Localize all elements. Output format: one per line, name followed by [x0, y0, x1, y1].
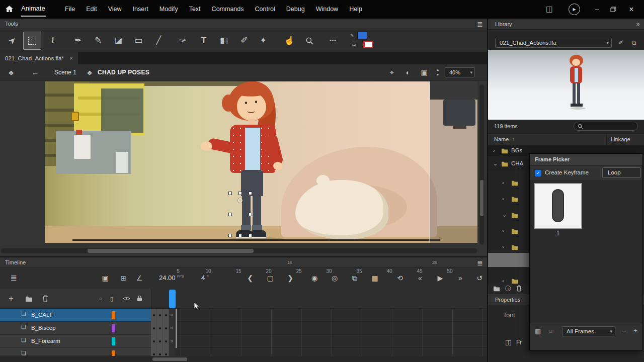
item-properties-icon[interactable]: ⓘ: [505, 285, 511, 293]
layer-row-b-forearm[interactable]: ❏ B_Forearm: [0, 335, 151, 348]
prev-keyframe-button[interactable]: ❮: [244, 272, 257, 285]
eyedropper-tool[interactable]: ✐: [236, 33, 252, 49]
properties-context-tab[interactable]: Tool: [503, 312, 515, 319]
selection-box[interactable]: [230, 194, 251, 236]
home-icon[interactable]: [5, 5, 14, 13]
layer-name[interactable]: B_Biscep: [31, 325, 56, 331]
grid-view-icon[interactable]: ▦: [535, 327, 541, 335]
selection-handle[interactable]: [249, 192, 252, 195]
layer-name[interactable]: B_CALF: [31, 312, 53, 318]
layer-row-partial[interactable]: ❏: [0, 348, 151, 356]
selection-tool[interactable]: ➤: [1, 29, 24, 52]
document-tab[interactable]: 021_Chad_Actions.fla* ×: [0, 52, 78, 64]
menu-modify[interactable]: Modify: [154, 0, 184, 19]
graph-editor-button[interactable]: ∠: [133, 272, 146, 285]
breadcrumb-scene[interactable]: Scene 1: [54, 64, 76, 80]
selection-handle[interactable]: [249, 234, 252, 237]
tab-close-icon[interactable]: ×: [69, 55, 72, 61]
onion-marker-icon[interactable]: ◐: [402, 67, 414, 77]
new-folder-button[interactable]: [25, 296, 33, 302]
free-transform-tool[interactable]: [23, 32, 41, 50]
pen-tool[interactable]: ✑: [175, 33, 191, 49]
eraser-tool[interactable]: ◪: [110, 33, 126, 49]
camera-column-icon[interactable]: ▯: [106, 294, 118, 304]
layer-name[interactable]: B_Forearm: [31, 338, 60, 344]
rectangle-tool[interactable]: ▭: [130, 33, 146, 49]
layer-row-b-biscep[interactable]: ❏ B_Biscep: [0, 322, 151, 335]
menu-edit[interactable]: Edit: [80, 0, 103, 19]
menu-insert[interactable]: Insert: [127, 0, 154, 19]
edit-scene-icon[interactable]: ♣: [5, 67, 17, 77]
highlight-column-icon[interactable]: ○: [95, 294, 107, 304]
menu-file[interactable]: File: [59, 0, 80, 19]
camera-button[interactable]: ▣: [99, 272, 112, 285]
menu-text[interactable]: Text: [184, 0, 206, 19]
tools-panel-menu-icon[interactable]: ≣: [474, 19, 486, 29]
line-tool[interactable]: ╱: [150, 33, 167, 49]
stage-area[interactable]: [0, 80, 487, 256]
fps-display[interactable]: 24.00 FPS: [159, 274, 184, 282]
create-keyframe-label[interactable]: Create Keyframe: [545, 169, 589, 175]
delete-item-icon[interactable]: [516, 285, 522, 292]
chevron-right-icon[interactable]: ›: [502, 228, 504, 234]
new-library-panel-icon[interactable]: ⧉: [628, 38, 640, 48]
chevron-down-icon[interactable]: ⌄: [493, 160, 498, 167]
layer-row-b-calf[interactable]: ❏ B_CALF: [0, 309, 151, 322]
menu-help[interactable]: Help: [344, 0, 368, 19]
chevron-right-icon[interactable]: ›: [493, 147, 495, 153]
menu-control[interactable]: Control: [250, 0, 281, 19]
selection-handle[interactable]: [249, 213, 252, 216]
stage-hscrollbar[interactable]: [1, 248, 477, 253]
thumbnail-size-minus-icon[interactable]: –: [622, 327, 626, 334]
lock-icon[interactable]: [137, 295, 142, 302]
breadcrumb-symbol[interactable]: CHAD UP POSES: [98, 64, 149, 80]
back-arrow-icon[interactable]: ←: [29, 67, 41, 77]
quick-share-button[interactable]: ▶: [569, 4, 580, 15]
snap-center-icon[interactable]: ⌖: [386, 67, 398, 77]
selection-handle[interactable]: [228, 192, 232, 195]
insert-frame-button[interactable]: ▦: [368, 272, 381, 285]
timeline-ruler[interactable]: [151, 289, 487, 309]
frame-filter-select[interactable]: All Frames ▾: [562, 326, 615, 336]
eye-icon[interactable]: [123, 296, 130, 301]
chevron-right-icon[interactable]: ›: [502, 278, 504, 284]
workspace-panel-icon[interactable]: ◫: [543, 4, 555, 14]
zoom-tool[interactable]: [301, 33, 317, 49]
classic-brush-tool[interactable]: ✎: [90, 33, 106, 49]
menu-window[interactable]: Window: [310, 0, 344, 19]
selection-handle[interactable]: [228, 234, 232, 237]
stage-hscroll-thumb[interactable]: [88, 249, 254, 253]
linkage-column-header[interactable]: Linkage: [611, 136, 630, 142]
tree-label-chad[interactable]: CHA: [511, 160, 523, 166]
selection-handle[interactable]: [238, 234, 242, 237]
asset-warp-tool[interactable]: ✦: [255, 33, 271, 49]
current-frame-display[interactable]: 4 F: [201, 274, 209, 282]
layers-stack-icon[interactable]: ≣: [7, 272, 20, 285]
thumbnail-size-plus-icon[interactable]: +: [633, 327, 637, 334]
rewind-button[interactable]: ↺: [473, 272, 486, 285]
loop-button[interactable]: Loop: [602, 167, 640, 178]
hand-tool[interactable]: ☝: [281, 33, 297, 49]
minimize-button[interactable]: –: [589, 0, 606, 19]
tree-row-selected[interactable]: [488, 253, 529, 267]
delete-layer-button[interactable]: [42, 295, 48, 302]
library-panel-menu-icon[interactable]: »: [632, 19, 644, 29]
chevron-down-icon[interactable]: ⌄: [502, 212, 507, 218]
paint-bucket-tool[interactable]: ◧: [216, 33, 232, 49]
selection-handle[interactable]: [238, 192, 242, 195]
zoom-level-select[interactable]: 40% ▾: [445, 67, 475, 77]
stroke-color-swatch[interactable]: [357, 32, 367, 39]
new-folder-icon[interactable]: [493, 286, 500, 292]
menu-commands[interactable]: Commands: [206, 0, 250, 19]
fluid-brush-tool[interactable]: ✒: [70, 33, 86, 49]
stage-canvas[interactable]: [45, 81, 477, 243]
timeline-hscrollbar[interactable]: [0, 356, 487, 362]
frame-picker-header[interactable]: Frame Picker: [530, 154, 642, 166]
text-tool[interactable]: T: [196, 33, 212, 49]
fill-color-swatch[interactable]: [363, 41, 373, 48]
library-document-select[interactable]: 021_Chad_Actions.fla ▾: [495, 38, 612, 48]
frame-thumbnail-1[interactable]: [534, 183, 582, 229]
create-keyframe-checkbox[interactable]: ✓: [535, 170, 541, 176]
selection-handle[interactable]: [228, 213, 232, 216]
list-view-icon[interactable]: ≡: [549, 327, 553, 335]
